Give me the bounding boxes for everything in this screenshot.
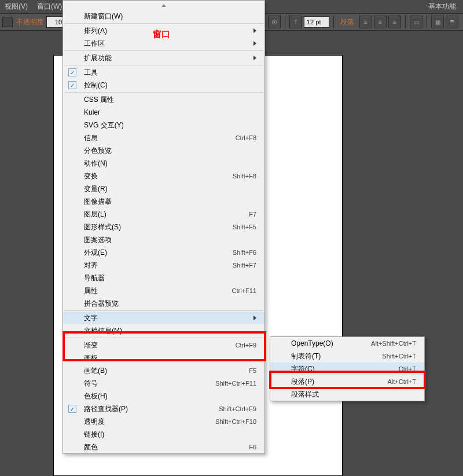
menu-item-attributes[interactable]: 属性Ctrl+F11	[63, 284, 264, 297]
opacity-label: 不透明度	[16, 17, 44, 27]
font-size-input[interactable]: 12 pt	[304, 16, 329, 28]
menu-item-artboards[interactable]: 画板	[63, 351, 264, 364]
menu-item-extensions[interactable]: 扩展功能	[63, 52, 264, 64]
misc-icon-2[interactable]: ▦	[431, 16, 444, 28]
menu-item-kuler[interactable]: Kuler	[63, 106, 264, 119]
menu-item-swatches[interactable]: 色板(H)	[63, 390, 264, 402]
menu-item-variables[interactable]: 变量(R)	[63, 182, 264, 195]
align-center-icon[interactable]: ≡	[374, 16, 387, 28]
menu-item-svg[interactable]: SVG 交互(Y)	[63, 119, 264, 131]
check-icon: ✓	[68, 68, 76, 76]
menu-item-control[interactable]: ✓控制(C)	[63, 79, 264, 91]
window-menu-dropdown: 新建窗口(W) 排列(A) 工作区 扩展功能 ✓工具 ✓控制(C) CSS 属性…	[63, 0, 265, 454]
menu-item-color[interactable]: 颜色F6	[63, 441, 264, 453]
menu-item-new-window[interactable]: 新建窗口(W)	[63, 10, 264, 23]
menu-window[interactable]: 窗口(W)	[32, 0, 67, 13]
submenu-arrow-icon	[253, 28, 256, 33]
menu-grip	[63, 1, 264, 10]
submenu-arrow-icon	[253, 56, 256, 60]
align-right-icon[interactable]: ≡	[388, 16, 401, 28]
submenu-item-tabs[interactable]: 制表符(T)Shift+Ctrl+T	[270, 350, 424, 363]
menu-item-tools[interactable]: ✓工具	[63, 66, 264, 79]
menu-item-links[interactable]: 链接(I)	[63, 428, 264, 441]
submenu-item-opentype[interactable]: OpenType(O)Alt+Shift+Ctrl+T	[270, 337, 424, 350]
menu-item-brushes[interactable]: 画笔(B)F5	[63, 364, 264, 377]
menu-item-symbols[interactable]: 符号Shift+Ctrl+F11	[63, 377, 264, 390]
menu-item-actions[interactable]: 动作(N)	[63, 157, 264, 170]
menu-view[interactable]: 视图(V)	[0, 0, 32, 13]
submenu-item-para-styles[interactable]: 段落样式	[270, 388, 424, 401]
menu-item-appearance[interactable]: 外观(E)Shift+F6	[63, 246, 264, 259]
type-submenu: OpenType(O)Alt+Shift+Ctrl+T 制表符(T)Shift+…	[270, 336, 425, 401]
submenu-item-character[interactable]: 字符(C)Ctrl+T	[270, 363, 424, 375]
misc-icon-3[interactable]: ≣	[446, 16, 458, 28]
menu-item-image-trace[interactable]: 图像描摹	[63, 195, 264, 208]
menu-item-pathfinder[interactable]: ✓路径查找器(P)Shift+Ctrl+F9	[63, 402, 264, 415]
submenu-arrow-icon	[253, 316, 256, 320]
menu-item-align[interactable]: 对齐Shift+F7	[63, 259, 264, 272]
fill-swatch[interactable]	[2, 17, 13, 27]
menu-item-graphic-styles[interactable]: 图形样式(S)Shift+F5	[63, 221, 264, 233]
menu-item-doc-info[interactable]: 文档信息(M)	[63, 324, 264, 337]
menu-item-gradient[interactable]: 渐变Ctrl+F9	[63, 339, 264, 351]
menu-item-flattener[interactable]: 拼合器预览	[63, 297, 264, 310]
workspace-label[interactable]: 基本功能	[428, 2, 463, 12]
menu-item-arrange[interactable]: 排列(A)	[63, 24, 264, 37]
check-icon: ✓	[68, 81, 76, 89]
menu-item-workspace[interactable]: 工作区	[63, 37, 264, 50]
menu-item-sep-preview[interactable]: 分色预览	[63, 144, 264, 157]
paragraph-label[interactable]: 段落	[340, 17, 354, 27]
menu-item-navigator[interactable]: 导航器	[63, 272, 264, 284]
menu-item-info[interactable]: 信息Ctrl+F8	[63, 131, 264, 144]
menu-item-type[interactable]: 文字	[63, 312, 264, 324]
menu-item-pattern-options[interactable]: 图案选项	[63, 233, 264, 246]
check-icon: ✓	[68, 405, 76, 413]
menu-item-transparency[interactable]: 透明度Shift+Ctrl+F10	[63, 415, 264, 428]
misc-icon-1[interactable]: ▭	[410, 16, 422, 28]
menu-item-layers[interactable]: 图层(L)F7	[63, 208, 264, 221]
submenu-item-paragraph[interactable]: 段落(P)Alt+Ctrl+T	[270, 375, 424, 388]
menu-item-css-props[interactable]: CSS 属性	[63, 93, 264, 106]
char-panel-icon[interactable]: ⦿	[268, 16, 281, 28]
submenu-arrow-icon	[253, 41, 256, 46]
align-left-icon[interactable]: ≡	[359, 16, 372, 28]
menu-item-transform[interactable]: 变换Shift+F8	[63, 170, 264, 182]
font-icon[interactable]: T	[289, 16, 302, 28]
